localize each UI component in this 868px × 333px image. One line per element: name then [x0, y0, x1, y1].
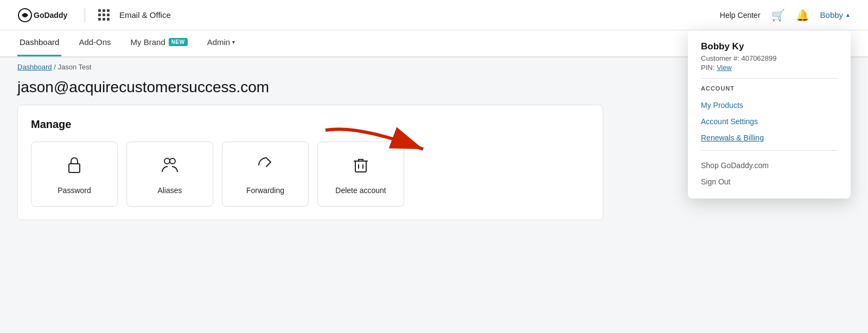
new-badge: NEW	[169, 38, 188, 46]
manage-card: Manage Password	[17, 105, 603, 220]
chevron-down-icon: ▾	[232, 39, 235, 45]
renewals-billing-link[interactable]: Renewals & Billing	[701, 130, 838, 146]
account-settings-link[interactable]: Account Settings	[701, 113, 838, 130]
app-name-label: Email & Office	[119, 10, 171, 20]
top-nav-right: Help Center 🛒 🔔 Bobby ▲	[720, 9, 851, 22]
logo-area: GoDaddy Email & Office	[17, 7, 171, 24]
lock-icon	[63, 153, 85, 180]
tab-admin[interactable]: Admin ▾	[205, 29, 238, 56]
tab-mybrand[interactable]: My Brand NEW	[129, 29, 190, 56]
account-section-label: ACCOUNT	[701, 85, 838, 92]
manage-items: Password Aliases	[31, 142, 590, 207]
bell-icon[interactable]: 🔔	[796, 9, 809, 22]
user-name-label: Bobby	[820, 10, 844, 20]
manage-title: Manage	[31, 118, 590, 131]
breadcrumb-current: Jason Test	[58, 63, 91, 71]
manage-item-forwarding[interactable]: Forwarding	[222, 142, 309, 207]
manage-item-aliases[interactable]: Aliases	[126, 142, 213, 207]
tab-dashboard[interactable]: Dashboard	[17, 29, 61, 56]
dropdown-divider	[701, 78, 838, 79]
dropdown-divider-2	[701, 150, 838, 151]
aliases-label: Aliases	[157, 186, 182, 195]
dropdown-customer-number: Customer #: 407062899	[701, 54, 838, 62]
grid-icon	[98, 9, 110, 21]
nav-divider	[85, 8, 85, 23]
tab-addons[interactable]: Add-Ons	[76, 29, 113, 56]
breadcrumb-separator: /	[54, 63, 56, 71]
my-products-link[interactable]: My Products	[701, 97, 838, 113]
manage-item-delete[interactable]: Delete account	[317, 142, 404, 207]
breadcrumb-dashboard-link[interactable]: Dashboard	[17, 63, 52, 71]
forwarding-label: Forwarding	[246, 186, 284, 195]
pin-view-link[interactable]: View	[717, 63, 732, 72]
sign-out-link[interactable]: Sign Out	[701, 174, 838, 190]
help-center-link[interactable]: Help Center	[720, 11, 761, 20]
password-label: Password	[58, 186, 91, 195]
top-nav: GoDaddy Email & Office Help Center 🛒 🔔 B…	[0, 0, 868, 30]
svg-rect-2	[69, 164, 80, 172]
cart-icon[interactable]: 🛒	[771, 9, 785, 22]
user-menu-button[interactable]: Bobby ▲	[820, 10, 851, 20]
manage-item-password[interactable]: Password	[31, 142, 118, 207]
chevron-up-icon: ▲	[845, 12, 851, 18]
svg-point-3	[164, 158, 170, 164]
godaddy-logo[interactable]: GoDaddy	[17, 7, 72, 24]
svg-rect-5	[355, 161, 366, 172]
dropdown-user-name: Bobby Ky	[701, 41, 838, 52]
forwarding-icon	[254, 153, 276, 180]
user-dropdown-menu: Bobby Ky Customer #: 407062899 PIN: View…	[688, 30, 851, 198]
dropdown-pin: PIN: View	[701, 63, 838, 72]
aliases-icon	[159, 153, 181, 180]
svg-text:GoDaddy: GoDaddy	[34, 11, 67, 20]
svg-point-4	[170, 158, 175, 164]
shop-godaddy-link[interactable]: Shop GoDaddy.com	[701, 157, 838, 174]
delete-icon	[350, 153, 372, 180]
delete-label: Delete account	[335, 186, 386, 195]
